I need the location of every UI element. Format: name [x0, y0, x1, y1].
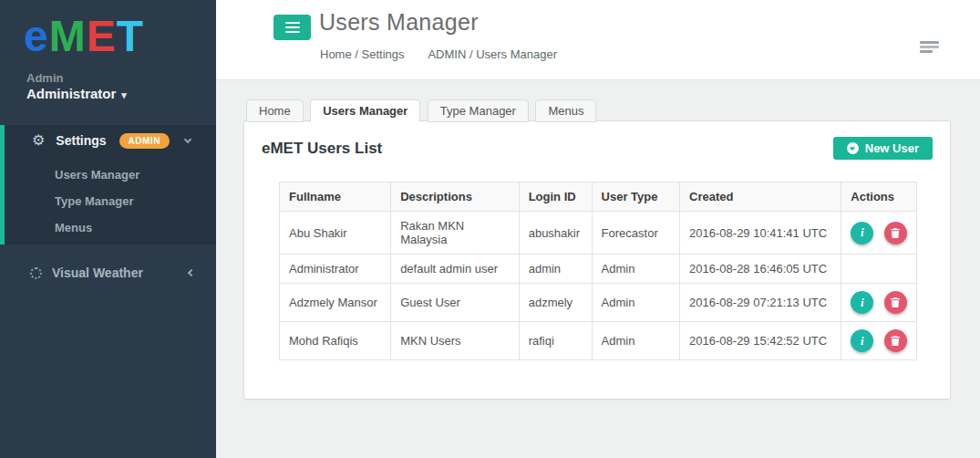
- delete-button[interactable]: [884, 222, 907, 245]
- sidebar-item-menus[interactable]: Menus: [5, 214, 216, 241]
- new-user-button[interactable]: New User: [833, 137, 933, 160]
- delete-button[interactable]: [884, 291, 907, 314]
- chevron-down-icon: [184, 135, 191, 142]
- sidebar-group-settings: ⚙ Settings ADMIN Users Manager Type Mana…: [0, 125, 216, 245]
- tab-bar: Home Users Manager Type Manager Menus: [246, 99, 599, 122]
- cell-login-id: admin: [519, 255, 592, 284]
- chevron-left-icon: [188, 269, 195, 276]
- breadcrumb-secondary: ADMIN / Users Manager: [428, 47, 557, 61]
- breadcrumb[interactable]: Home / Settings ADMIN / Users Manager: [320, 47, 557, 61]
- cell-login-id: abushakir: [519, 212, 592, 255]
- col-descriptions: Descriptions: [391, 182, 520, 212]
- cell-descriptions: Rakan MKN Malaysia: [391, 212, 520, 255]
- panel-title: eMET Users List: [262, 140, 382, 158]
- cell-created: 2016-08-29 10:41:41 UTC: [680, 212, 841, 255]
- delete-button[interactable]: [884, 329, 907, 352]
- users-panel: eMET Users List New User Fullname Descri…: [243, 120, 951, 400]
- info-icon: i: [861, 296, 864, 310]
- cell-login-id: adzmely: [519, 284, 592, 322]
- cell-fullname: Adzmely Mansor: [280, 284, 391, 322]
- cell-user-type: Admin: [592, 284, 680, 322]
- col-actions: Actions: [841, 182, 917, 212]
- logo-letter: e: [24, 12, 49, 60]
- cell-created: 2016-08-28 16:46:05 UTC: [680, 255, 841, 284]
- tab-menus[interactable]: Menus: [535, 99, 596, 122]
- users-manager-screen: eMET Admin Administrator▾ ⚙ Settings ADM…: [0, 0, 980, 458]
- trash-icon: [891, 297, 900, 307]
- menu-toggle-button[interactable]: [273, 15, 311, 40]
- cell-actions-empty: [841, 255, 917, 284]
- cell-created: 2016-08-29 07:21:13 UTC: [680, 284, 841, 322]
- col-user-type: User Type: [592, 182, 680, 212]
- users-table: Fullname Descriptions Login ID User Type…: [279, 182, 917, 360]
- sidebar-item-settings[interactable]: ⚙ Settings ADMIN: [5, 125, 216, 156]
- sidebar-item-type-manager[interactable]: Type Manager: [5, 188, 216, 214]
- settings-label: Settings: [56, 133, 106, 148]
- panel-header: eMET Users List New User: [244, 121, 950, 160]
- table-row: Abu Shakir Rakan MKN Malaysia abushakir …: [280, 212, 917, 255]
- cell-created: 2016-08-29 15:42:52 UTC: [680, 322, 841, 360]
- tab-type-manager[interactable]: Type Manager: [428, 99, 529, 122]
- circle-outline-icon: [30, 267, 42, 279]
- page-header: Users Manager Home / Settings ADMIN / Us…: [216, 0, 980, 80]
- settings-submenu: Users Manager Type Manager Menus: [5, 156, 216, 241]
- cell-user-type: Forecastor: [592, 212, 680, 255]
- caret-down-icon: ▾: [121, 89, 127, 101]
- tab-users-manager[interactable]: Users Manager: [310, 99, 420, 122]
- table-row: Mohd Rafiqis MKN Users rafiqi Admin 2016…: [280, 322, 917, 360]
- table-row: Adzmely Mansor Guest User adzmely Admin …: [280, 284, 917, 322]
- cell-user-type: Admin: [592, 255, 680, 284]
- tab-home[interactable]: Home: [246, 99, 304, 122]
- info-icon: i: [861, 225, 864, 240]
- table-row: Administrator default admin user admin A…: [280, 255, 917, 284]
- sidebar-item-visual-weather[interactable]: Visual Weather: [0, 258, 216, 287]
- user-dropdown[interactable]: Administrator▾: [26, 86, 127, 101]
- cell-user-type: Admin: [592, 322, 680, 360]
- admin-badge: ADMIN: [119, 133, 170, 149]
- cell-actions: i: [841, 212, 917, 255]
- new-user-label: New User: [865, 141, 919, 155]
- visual-weather-label: Visual Weather: [52, 265, 143, 280]
- cell-fullname: Mohd Rafiqis: [280, 322, 391, 360]
- table-header-row: Fullname Descriptions Login ID User Type…: [280, 182, 917, 212]
- user-name: Administrator: [26, 86, 116, 101]
- cell-descriptions: default admin user: [391, 255, 520, 284]
- col-created: Created: [680, 182, 841, 212]
- cell-actions: i: [841, 322, 917, 360]
- app-logo[interactable]: eMET: [24, 15, 144, 58]
- info-button[interactable]: i: [851, 329, 873, 352]
- cogs-icon: ⚙: [32, 133, 45, 148]
- info-button[interactable]: i: [851, 222, 873, 245]
- cell-descriptions: MKN Users: [391, 322, 520, 360]
- logo-letter: E: [87, 12, 117, 60]
- sidebar: eMET Admin Administrator▾ ⚙ Settings ADM…: [0, 0, 216, 458]
- sidebar-item-users-manager[interactable]: Users Manager: [5, 161, 216, 188]
- breadcrumb-primary: Home / Settings: [320, 47, 405, 61]
- info-button[interactable]: i: [851, 291, 873, 314]
- chevron-down-circle-icon: [847, 142, 859, 154]
- user-role-label: Admin: [26, 71, 63, 85]
- trash-icon: [891, 336, 900, 346]
- logo-letter: T: [117, 12, 144, 60]
- col-fullname: Fullname: [280, 182, 391, 212]
- logo-letter: M: [49, 12, 87, 60]
- content-area: Home Users Manager Type Manager Menus eM…: [216, 80, 980, 458]
- cell-fullname: Abu Shakir: [280, 212, 391, 255]
- list-lines-icon[interactable]: [920, 41, 939, 53]
- cell-descriptions: Guest User: [391, 284, 520, 322]
- page-title: Users Manager: [319, 9, 479, 36]
- cell-login-id: rafiqi: [519, 322, 592, 360]
- col-login-id: Login ID: [519, 182, 592, 212]
- hamburger-icon: [285, 22, 300, 33]
- info-icon: i: [861, 334, 864, 349]
- cell-fullname: Administrator: [280, 255, 391, 284]
- trash-icon: [891, 228, 900, 238]
- cell-actions: i: [841, 284, 917, 322]
